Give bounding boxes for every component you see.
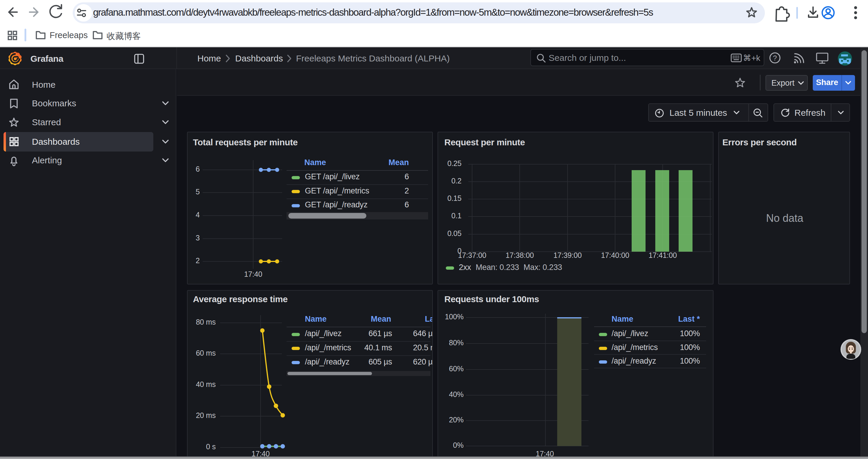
svg-text:?: ? (773, 54, 777, 62)
